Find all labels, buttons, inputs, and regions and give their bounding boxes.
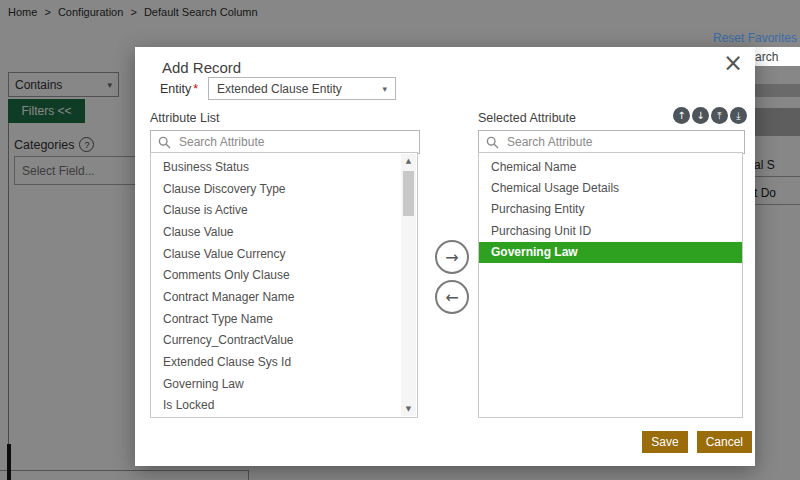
- attribute-list-item[interactable]: Is Locked: [151, 395, 417, 417]
- selected-attribute-label: Selected Attribute: [478, 111, 576, 125]
- search-icon: [158, 136, 171, 149]
- attribute-list-item[interactable]: Business Status: [151, 156, 417, 178]
- selected-search-input[interactable]: [505, 134, 744, 150]
- selected-attribute-item[interactable]: Purchasing Entity: [479, 199, 742, 220]
- attribute-search-input[interactable]: [177, 134, 419, 150]
- move-down-icon[interactable]: ↓: [692, 107, 709, 124]
- attribute-list: Business Status Clause Discovery Type Cl…: [150, 152, 418, 418]
- background-search-partial-text: arch: [755, 50, 778, 64]
- attribute-list-item[interactable]: Contract Type Name: [151, 308, 417, 330]
- selected-attribute-item[interactable]: Governing Law: [479, 242, 742, 263]
- attribute-list-scrollbar[interactable]: ▲ ▼: [401, 154, 416, 416]
- cancel-button[interactable]: Cancel: [697, 431, 752, 453]
- save-button[interactable]: Save: [642, 431, 687, 453]
- scrollbar-thumb[interactable]: [403, 171, 414, 216]
- selected-search-box: [478, 130, 745, 154]
- search-icon: [486, 136, 499, 149]
- add-attribute-button[interactable]: →: [435, 240, 469, 274]
- attribute-list-item[interactable]: Clause is Active: [151, 199, 417, 221]
- chevron-down-icon: ▾: [382, 84, 387, 94]
- add-record-dialog: Add Record × Entity* Extended Clause Ent…: [135, 47, 755, 466]
- attribute-list-item[interactable]: Currency_ContractValue: [151, 330, 417, 352]
- attribute-list-item[interactable]: Comments Only Clause: [151, 264, 417, 286]
- attribute-list-item[interactable]: Clause Value Currency: [151, 243, 417, 265]
- attribute-list-item[interactable]: Governing Law: [151, 373, 417, 395]
- selected-attribute-item[interactable]: Purchasing Unit ID: [479, 220, 742, 241]
- close-icon[interactable]: ×: [723, 51, 743, 75]
- remove-attribute-button[interactable]: ←: [435, 280, 469, 314]
- screen: Home > Configuration > Default Search Co…: [0, 0, 800, 480]
- required-mark: *: [193, 82, 198, 96]
- entity-dropdown[interactable]: Extended Clause Entity ▾: [208, 77, 396, 100]
- entity-label-text: Entity: [160, 82, 191, 96]
- move-to-top-icon[interactable]: ⤒: [711, 107, 728, 124]
- scroll-down-icon[interactable]: ▼: [401, 402, 416, 416]
- dialog-actions: Save Cancel: [135, 431, 752, 453]
- entity-label: Entity*: [160, 82, 198, 96]
- entity-dropdown-value: Extended Clause Entity: [217, 82, 342, 96]
- reset-favorites-link[interactable]: Reset Favorites: [713, 31, 797, 45]
- background-search-box: arch: [755, 47, 800, 66]
- attribute-list-item[interactable]: Extended Clause Sys Id: [151, 351, 417, 373]
- selected-attribute-list: Chemical Name Chemical Usage Details Pur…: [478, 152, 743, 418]
- move-up-icon[interactable]: ↑: [673, 107, 690, 124]
- attribute-list-item[interactable]: Clause Discovery Type: [151, 178, 417, 200]
- attribute-list-label: Attribute List: [150, 111, 219, 125]
- scroll-up-icon[interactable]: ▲: [401, 154, 416, 168]
- selected-attribute-item[interactable]: Chemical Name: [479, 156, 742, 177]
- reorder-buttons: ↑ ↓ ⤒ ⤓: [673, 107, 747, 124]
- selected-attribute-item[interactable]: Chemical Usage Details: [479, 177, 742, 198]
- attribute-list-item[interactable]: Contract Manager Name: [151, 286, 417, 308]
- move-to-bottom-icon[interactable]: ⤓: [730, 107, 747, 124]
- attribute-search-box: [150, 130, 420, 154]
- attribute-list-item[interactable]: Clause Value: [151, 221, 417, 243]
- dialog-title: Add Record: [162, 59, 241, 76]
